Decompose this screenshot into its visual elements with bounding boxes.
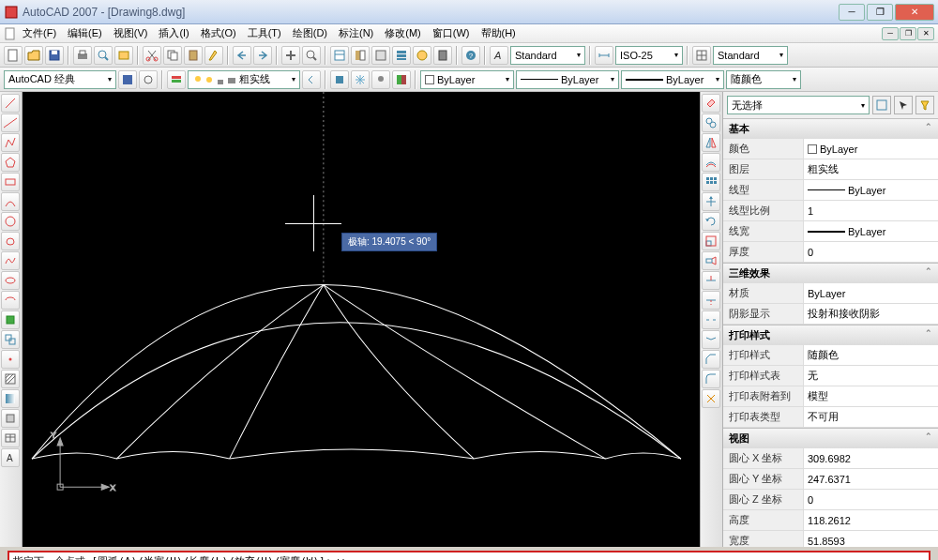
move-tool[interactable] <box>702 192 720 211</box>
menu-tools[interactable]: 工具(T) <box>242 24 287 42</box>
color-combo[interactable]: ByLayer▾ <box>420 70 514 89</box>
prop-value[interactable]: 投射和接收阴影 <box>803 304 938 324</box>
prop-value[interactable]: 0 <box>803 242 938 262</box>
prop-value[interactable]: 247.6371 <box>803 469 938 489</box>
ws-save-button[interactable] <box>118 70 137 89</box>
extend-tool[interactable] <box>702 291 720 310</box>
ellipse-tool[interactable] <box>1 271 20 290</box>
trim-tool[interactable] <box>702 271 720 290</box>
revcloud-tool[interactable] <box>1 232 20 250</box>
ws-settings-button[interactable] <box>139 70 158 89</box>
table-style-combo[interactable]: Standard▾ <box>713 46 788 65</box>
explode-tool[interactable] <box>702 389 720 408</box>
hatch-tool[interactable] <box>1 370 20 388</box>
menu-view[interactable]: 视图(V) <box>108 24 154 42</box>
props-group-header[interactable]: 基本⌃ <box>723 118 938 139</box>
join-tool[interactable] <box>702 330 720 349</box>
menu-file[interactable]: 文件(F) <box>17 24 62 42</box>
select-objects-button[interactable] <box>894 96 913 114</box>
copy-button[interactable] <box>163 46 182 65</box>
layer-freeze-button[interactable] <box>351 70 370 89</box>
redo-button[interactable] <box>253 46 272 65</box>
publish-button[interactable] <box>114 46 133 65</box>
match-button[interactable] <box>204 46 223 65</box>
prop-value[interactable]: 粗实线 <box>803 159 938 179</box>
table-tool[interactable] <box>1 429 20 447</box>
erase-tool[interactable] <box>702 94 720 113</box>
prop-value[interactable]: 118.2612 <box>803 510 938 530</box>
chamfer-tool[interactable] <box>702 350 720 369</box>
layer-off-button[interactable] <box>371 70 390 89</box>
spline-tool[interactable] <box>1 251 20 270</box>
ssm-button[interactable] <box>392 46 411 65</box>
prop-value[interactable]: ByLayer <box>803 283 938 303</box>
prop-value[interactable]: 309.6982 <box>803 448 938 468</box>
layer-prev-button[interactable] <box>302 70 321 89</box>
prop-value[interactable]: 模型 <box>803 386 938 406</box>
prop-value[interactable]: 随颜色 <box>803 345 938 365</box>
cut-button[interactable] <box>143 46 161 65</box>
point-tool[interactable] <box>1 350 20 369</box>
lineweight-combo[interactable]: ByLayer▾ <box>621 70 724 89</box>
props-group-header[interactable]: 视图⌃ <box>723 428 938 448</box>
menu-draw[interactable]: 绘图(D) <box>287 24 333 42</box>
paste-button[interactable] <box>184 46 203 65</box>
prop-value[interactable]: 无 <box>803 366 938 386</box>
layer-iso-button[interactable] <box>330 70 349 89</box>
array-tool[interactable] <box>702 173 720 191</box>
print-button[interactable] <box>73 46 92 65</box>
gradient-tool[interactable] <box>1 389 20 408</box>
pline-tool[interactable] <box>1 133 20 152</box>
table-style-icon[interactable] <box>692 46 711 65</box>
linetype-combo[interactable]: ByLayer▾ <box>516 70 619 89</box>
circle-tool[interactable] <box>1 212 20 231</box>
new-button[interactable] <box>4 46 23 65</box>
help-button[interactable]: ? <box>461 46 480 65</box>
command-window[interactable]: 指定下一个点或 [圆弧(A)/半宽(H)/长度(L)/放弃(U)/宽度(W)]:… <box>8 551 930 560</box>
dim-style-icon[interactable] <box>595 46 613 65</box>
fillet-tool[interactable] <box>702 370 720 388</box>
break-tool[interactable] <box>702 310 720 329</box>
rect-tool[interactable] <box>1 173 20 191</box>
quick-select-button[interactable] <box>915 96 934 114</box>
prop-value[interactable]: 1 <box>803 201 938 220</box>
line-tool[interactable] <box>1 94 20 113</box>
props-group-header[interactable]: 三维效果⌃ <box>723 263 938 283</box>
text-style-icon[interactable]: A <box>490 46 508 65</box>
mirror-tool[interactable] <box>702 133 720 152</box>
region-tool[interactable] <box>1 409 20 428</box>
mdi-restore[interactable]: ❐ <box>900 27 916 40</box>
plotstyle-combo[interactable]: 随颜色▾ <box>726 70 801 89</box>
rotate-tool[interactable] <box>702 212 720 231</box>
menu-insert[interactable]: 插入(I) <box>153 24 194 42</box>
layer-prop-button[interactable] <box>167 70 186 89</box>
prop-value[interactable]: ByLayer <box>803 139 938 159</box>
xline-tool[interactable] <box>1 114 20 132</box>
preview-button[interactable] <box>94 46 113 65</box>
arc-tool[interactable] <box>1 192 20 211</box>
text-style-combo[interactable]: Standard▾ <box>510 46 585 65</box>
dc-button[interactable] <box>351 46 370 65</box>
menu-format[interactable]: 格式(O) <box>195 24 242 42</box>
zoom-button[interactable] <box>302 46 321 65</box>
menu-modify[interactable]: 修改(M) <box>379 24 427 42</box>
close-button[interactable]: ✕ <box>895 4 934 21</box>
props-group-header[interactable]: 打印样式⌃ <box>723 325 938 345</box>
prop-value[interactable]: 不可用 <box>803 407 938 427</box>
mtext-tool[interactable]: A <box>1 448 20 467</box>
prop-value[interactable]: ByLayer <box>803 180 938 200</box>
minimize-button[interactable]: ─ <box>839 4 865 21</box>
markup-button[interactable] <box>413 46 431 65</box>
polygon-tool[interactable] <box>1 153 20 172</box>
toggle-pick-button[interactable] <box>872 96 891 114</box>
menu-edit[interactable]: 编辑(E) <box>62 24 108 42</box>
ellipsearc-tool[interactable] <box>1 291 20 310</box>
menu-window[interactable]: 窗口(W) <box>427 24 476 42</box>
layer-combo[interactable]: 粗实线▾ <box>188 70 300 89</box>
maximize-button[interactable]: ❐ <box>867 4 893 21</box>
prop-value[interactable]: 0 <box>803 490 938 509</box>
drawing-canvas[interactable]: Y X 极轴: 19.4075 < 90° <box>23 92 700 547</box>
scale-tool[interactable] <box>702 232 720 250</box>
mdi-close[interactable]: ✕ <box>917 27 934 40</box>
prop-value[interactable]: ByLayer <box>803 221 938 241</box>
